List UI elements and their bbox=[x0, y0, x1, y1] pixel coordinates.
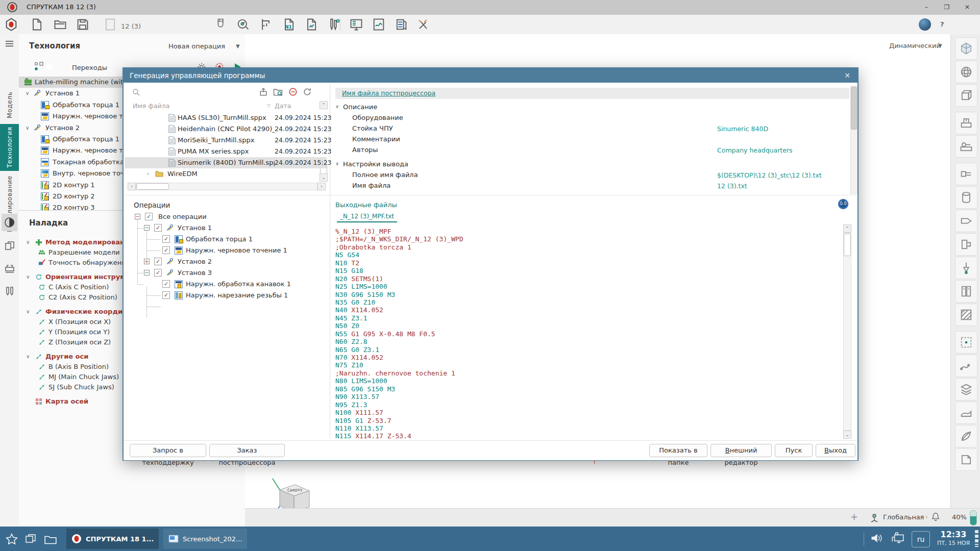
sort-icon[interactable]: ▽ bbox=[267, 103, 271, 108]
tailstock-icon[interactable] bbox=[955, 210, 977, 232]
collapse-icon[interactable]: − bbox=[144, 225, 150, 231]
info-badge[interactable]: 0.0 bbox=[838, 199, 848, 209]
file-row[interactable]: Heidenhain (CNC Pilot 4290)_TurnMill... … bbox=[125, 123, 327, 135]
scroll-left-icon[interactable]: ‹ bbox=[128, 183, 136, 190]
curve-spline-icon[interactable] bbox=[955, 355, 977, 377]
settings-group[interactable]: ∨Описание bbox=[332, 102, 842, 113]
point-select-icon[interactable] bbox=[955, 331, 977, 354]
file-manager-icon[interactable] bbox=[44, 533, 57, 544]
operation-checkbox[interactable]: ✓ bbox=[145, 213, 153, 220]
file-row[interactable]: Sinumerik (840D) TurnMill.sppx 24.09.202… bbox=[125, 157, 327, 168]
remove-icon[interactable] bbox=[288, 87, 298, 97]
code-scroll-down-icon[interactable]: ⌄ bbox=[843, 431, 851, 439]
zoom-slider[interactable] bbox=[970, 510, 977, 525]
scroll-up-icon[interactable]: ⌃ bbox=[320, 101, 328, 109]
operation-checkbox[interactable]: ✓ bbox=[154, 224, 162, 232]
section-hatch-icon[interactable] bbox=[955, 304, 977, 326]
graph-document-icon[interactable] bbox=[372, 17, 386, 32]
new-operation-dropdown[interactable]: Новая операция bbox=[168, 42, 225, 50]
minimize-button[interactable]: – bbox=[920, 2, 933, 12]
folder-row[interactable]: › WireEDM bbox=[125, 168, 327, 180]
measure-gauge-icon[interactable] bbox=[236, 17, 250, 32]
new-document-icon[interactable] bbox=[30, 17, 44, 32]
settings-row[interactable]: Комментарии bbox=[332, 134, 847, 145]
close-button[interactable]: ✕ bbox=[961, 2, 974, 12]
operation-row[interactable]: −✓Установ 3 bbox=[124, 267, 328, 279]
dialog-button-запрос-в-техподдержку[interactable]: Запрос в техподдержку bbox=[130, 444, 206, 457]
column-header-date[interactable]: Дата bbox=[275, 102, 291, 110]
view-mode-dropdown[interactable]: Динамический bbox=[889, 42, 941, 49]
code-scroll-thumb[interactable] bbox=[844, 234, 851, 256]
machining-scheme-icon[interactable] bbox=[2, 260, 17, 277]
chuck-spindle-icon[interactable] bbox=[955, 163, 977, 185]
file-row[interactable]: PUMA MX series.sppx 24.09.2024 15:23 bbox=[125, 146, 327, 157]
keyboard-layout[interactable]: ru bbox=[912, 531, 930, 547]
machine-panel-icon[interactable] bbox=[349, 17, 363, 32]
code-scroll-up-icon[interactable]: ⌃ bbox=[843, 224, 851, 233]
collapse-icon[interactable]: − bbox=[144, 270, 150, 276]
operation-row[interactable]: −✓Все операции bbox=[124, 211, 328, 222]
clock-time[interactable]: 12:33 bbox=[934, 530, 973, 539]
dialog-button-внешний-редактор[interactable]: Внешний редактор bbox=[710, 444, 772, 457]
scroll-right-icon[interactable]: › bbox=[317, 183, 326, 190]
corner-sheet-icon[interactable] bbox=[955, 448, 977, 471]
export-icon[interactable] bbox=[258, 87, 268, 97]
network-icon[interactable] bbox=[890, 532, 905, 546]
operation-row[interactable]: −✓Установ 1 bbox=[124, 222, 328, 234]
operation-checkbox[interactable]: ✓ bbox=[162, 246, 170, 254]
settings-scroll-thumb[interactable] bbox=[851, 87, 857, 130]
nav-cube-icon[interactable] bbox=[955, 37, 977, 60]
shaded-sphere-icon[interactable] bbox=[955, 61, 977, 83]
save-icon[interactable] bbox=[76, 17, 90, 32]
menu-hamburger-icon[interactable] bbox=[5, 40, 14, 47]
column-header-name[interactable]: Имя файла bbox=[133, 102, 169, 110]
folder-search-icon[interactable] bbox=[273, 87, 283, 97]
taskbar-task[interactable]: Screenshot_202... bbox=[163, 529, 247, 549]
sheet-layers-icon[interactable] bbox=[955, 378, 977, 400]
toolbox-icon[interactable] bbox=[416, 17, 431, 32]
file-row[interactable]: HAAS (SL30)_TurnMill.sppx 24.09.2024 15:… bbox=[125, 112, 327, 123]
operation-checkbox[interactable]: ✓ bbox=[162, 235, 170, 243]
task-view-icon[interactable] bbox=[24, 533, 37, 544]
sidebar-tab-1[interactable]: Модель bbox=[0, 89, 19, 121]
report-icon[interactable] bbox=[304, 17, 318, 32]
operation-checkbox[interactable]: ✓ bbox=[154, 258, 162, 265]
settings-row[interactable]: АвторыCompany headquarters bbox=[332, 145, 847, 156]
sidebar-tab-2[interactable]: Технология bbox=[0, 124, 19, 171]
chuck-jaws-icon[interactable] bbox=[2, 282, 17, 299]
operation-checkbox[interactable]: ✓ bbox=[162, 280, 170, 288]
operation-checkbox[interactable]: ✓ bbox=[162, 291, 170, 299]
surface-sheet-icon[interactable] bbox=[955, 402, 977, 424]
start-star-icon[interactable] bbox=[5, 533, 18, 545]
stock-cylinder-icon[interactable] bbox=[955, 186, 977, 209]
settings-row[interactable]: Стойка ЧПУSinumeric 840D bbox=[332, 123, 847, 134]
solid-box-icon[interactable] bbox=[955, 84, 977, 107]
dialog-button-заказ-постпроцессора[interactable]: Заказ постпроцессора bbox=[209, 444, 285, 457]
settings-row[interactable]: Имя файла12 (3).txt bbox=[332, 181, 847, 191]
measure-probe-icon[interactable] bbox=[955, 257, 977, 279]
leaf-surface-icon[interactable] bbox=[955, 425, 977, 447]
taskbar-task[interactable]: СПРУТКАМ 18 1... bbox=[66, 529, 159, 549]
dialog-button-показать-в-папке[interactable]: Показать в папке bbox=[649, 444, 707, 457]
search-icon[interactable] bbox=[132, 88, 141, 97]
chevron-down-icon[interactable]: ▼ bbox=[938, 43, 942, 48]
output-file-tab[interactable]: _N_12 (3)_MPF.txt bbox=[337, 213, 397, 222]
tool-block-icon[interactable] bbox=[955, 233, 977, 256]
machine-mill-icon[interactable] bbox=[955, 112, 977, 134]
collapse-icon[interactable]: − bbox=[135, 214, 140, 219]
maximize-button[interactable]: ❐ bbox=[940, 2, 953, 12]
operation-row[interactable]: +✓Установ 2 bbox=[124, 256, 328, 267]
settings-group[interactable]: ∨Настройки вывода bbox=[332, 159, 842, 170]
file-row[interactable]: MoriSeiki_TurnMill.sppx 24.09.2024 15:23 bbox=[125, 135, 327, 146]
machine-lathe-icon[interactable] bbox=[955, 135, 977, 158]
zoom-level-label[interactable]: 40% bbox=[952, 513, 967, 521]
chevron-down-icon[interactable]: ▼ bbox=[236, 43, 240, 49]
tooling-icon[interactable] bbox=[2, 237, 17, 255]
settings-row[interactable]: Оборудование bbox=[332, 113, 847, 123]
dialog-button-пуск[interactable]: Пуск bbox=[775, 444, 813, 457]
dialog-button-выход[interactable]: Выход bbox=[816, 444, 855, 457]
tray-expander[interactable] bbox=[975, 530, 978, 548]
open-project-icon[interactable] bbox=[53, 17, 67, 32]
user-avatar[interactable] bbox=[919, 18, 931, 31]
magnet-snap-icon[interactable] bbox=[213, 17, 228, 32]
